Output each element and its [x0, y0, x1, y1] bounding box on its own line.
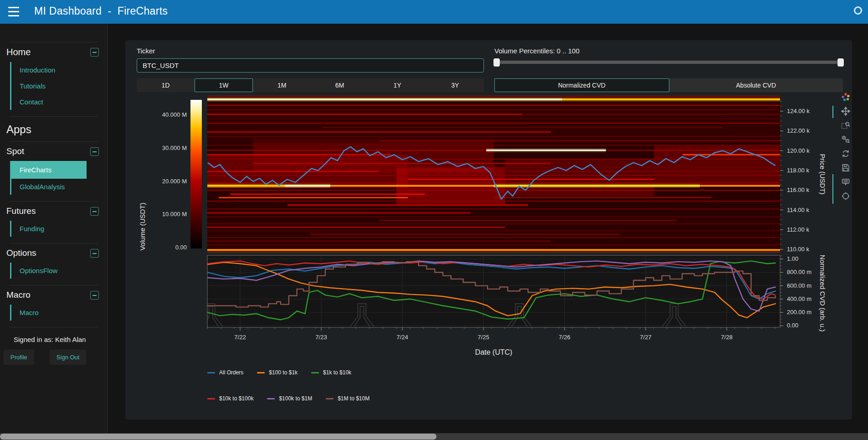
plotly-logo-icon[interactable] [840, 92, 851, 102]
section-header-options[interactable]: Options [6, 248, 36, 258]
status-circle-icon[interactable] [854, 6, 862, 15]
toggle-spikelines-icon[interactable] [840, 191, 851, 201]
legend-item-all-orders[interactable]: All Orders [207, 369, 243, 376]
sidebar-item-funding[interactable]: Funding [11, 221, 87, 237]
collapse-minus-icon[interactable] [90, 291, 99, 300]
slider-handle-max[interactable] [837, 58, 844, 67]
horizontal-scrollbar[interactable] [0, 433, 868, 440]
legend-item-100k-1m[interactable]: $100k to $1M [267, 395, 312, 402]
timeframe-6m-button[interactable]: 6M [311, 78, 369, 92]
hover-tooltip-icon[interactable] [840, 177, 851, 187]
legend-swatch [207, 372, 215, 373]
ticker-label: Ticker [137, 47, 155, 55]
slider-handle-min[interactable] [493, 58, 500, 67]
section-header-macro[interactable]: Macro [6, 290, 31, 300]
section-header-futures[interactable]: Futures [6, 206, 36, 216]
legend-swatch [257, 372, 265, 373]
legend-item-1k-10k[interactable]: $1k to $10k [311, 369, 351, 376]
zoom-in-out-icon[interactable] [840, 135, 851, 145]
sidebar-item-introduction[interactable]: Introduction [11, 62, 87, 78]
sidebar: Home Introduction Tutorials Contact Apps… [0, 24, 107, 433]
timeframe-1y-button[interactable]: 1Y [369, 78, 426, 92]
sidebar-item-tutorials[interactable]: Tutorials [11, 78, 87, 94]
sidebar-item-firecharts[interactable]: FireCharts [11, 161, 87, 179]
reset-axes-icon[interactable] [840, 149, 851, 159]
percentile-range-slider[interactable] [494, 57, 843, 67]
apps-heading: Apps [0, 117, 107, 141]
chart-legend: All Orders $100 to $1k $1k to $10k $10k … [207, 369, 383, 421]
chart-modebar [839, 92, 852, 201]
section-header-home[interactable]: Home [6, 47, 31, 57]
absolute-cvd-button[interactable]: Absolute CVD [669, 78, 843, 92]
pan-icon[interactable] [840, 106, 851, 116]
signed-in-label: Signed in as: Keith Alan [0, 327, 107, 350]
slider-track[interactable] [494, 61, 843, 64]
hamburger-menu-icon[interactable] [8, 7, 19, 16]
sign-out-button[interactable]: Sign Out [50, 350, 87, 365]
profile-button[interactable]: Profile [4, 350, 34, 365]
cvd-mode-toggle: Normalized CVD Absolute CVD [494, 78, 843, 92]
timeframe-1m-button[interactable]: 1M [253, 78, 311, 92]
sidebar-item-optionsflow[interactable]: OptionsFlow [11, 263, 87, 279]
content-panel: Ticker Volume Percentiles: 0 .. 100 1D 1… [125, 40, 852, 419]
timeframe-1d-button[interactable]: 1D [137, 78, 195, 92]
topbar: MI Dashboard - FireCharts [0, 0, 868, 24]
legend-swatch [326, 398, 334, 399]
collapse-minus-icon[interactable] [90, 207, 99, 216]
legend-swatch [311, 372, 319, 373]
box-zoom-icon[interactable] [840, 120, 851, 130]
ticker-input[interactable] [137, 58, 484, 72]
app-title: MI Dashboard - FireCharts [34, 5, 168, 17]
timeframe-3y-button[interactable]: 3Y [426, 78, 484, 92]
modebar-active-indicator [832, 106, 833, 118]
save-image-icon[interactable] [840, 163, 851, 173]
sidebar-item-globalanalysis[interactable]: GlobalAnalysis [11, 179, 87, 195]
collapse-minus-icon[interactable] [90, 48, 99, 57]
timeframe-button-group: 1D 1W 1M 6M 1Y 3Y [137, 78, 484, 92]
legend-swatch [267, 398, 275, 399]
sidebar-item-macro[interactable]: Macro [11, 305, 87, 321]
scrollbar-thumb[interactable] [0, 434, 437, 440]
timeframe-1w-button[interactable]: 1W [195, 78, 253, 92]
legend-item-1m-10m[interactable]: $1M to $10M [326, 395, 370, 402]
legend-item-100-1k[interactable]: $100 to $1k [257, 369, 298, 376]
sidebar-main-divider [107, 24, 108, 433]
app-root: MI Dashboard - FireCharts Home Introduct… [0, 0, 868, 440]
collapse-minus-icon[interactable] [90, 147, 99, 156]
section-header-spot[interactable]: Spot [6, 146, 24, 156]
sidebar-item-contact[interactable]: Contact [11, 94, 87, 110]
legend-swatch [207, 398, 215, 399]
legend-item-10k-100k[interactable]: $10k to $100k [207, 395, 253, 402]
volume-percentiles-label: Volume Percentiles: 0 .. 100 [494, 47, 580, 55]
modebar-active-indicator [832, 174, 833, 204]
collapse-minus-icon[interactable] [90, 249, 99, 258]
normalized-cvd-button[interactable]: Normalized CVD [494, 78, 669, 92]
